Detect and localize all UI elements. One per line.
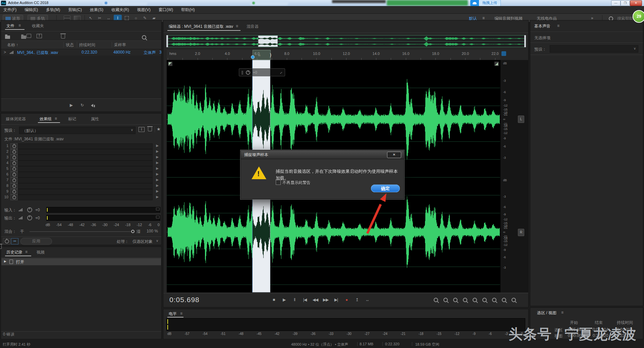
files-panel-menu-icon[interactable]: ≡ xyxy=(18,23,21,28)
input-meter-handle[interactable] xyxy=(156,208,160,210)
process-value-dropdown[interactable]: 仅选区对象 xyxy=(132,239,153,245)
essential-panel-menu-icon[interactable]: ≡ xyxy=(557,23,559,28)
effect-slot-well[interactable] xyxy=(18,189,153,195)
record-button[interactable]: ● xyxy=(343,297,350,302)
effect-power-button[interactable] xyxy=(10,155,18,160)
workspace-menu-icon[interactable]: ≡ xyxy=(482,16,485,20)
effect-power-button[interactable] xyxy=(10,166,18,172)
zoom-navigator[interactable] xyxy=(166,35,526,47)
files-search-icon[interactable] xyxy=(142,35,146,40)
ruler-settings-icon[interactable] xyxy=(501,51,506,56)
effect-slot-arrow-icon[interactable]: ▶ xyxy=(156,155,159,159)
fast-forward-button[interactable]: ▶▶ xyxy=(322,297,329,302)
menu-item-7[interactable]: 视图(V) xyxy=(137,7,151,13)
tab-levels[interactable]: 电平 xyxy=(169,311,177,317)
auto-play-speaker-icon[interactable] xyxy=(91,103,95,108)
menu-item-6[interactable]: 收藏夹(R) xyxy=(111,7,129,13)
dialog-titlebar[interactable]: 捕捉噪声样本 ✕ xyxy=(241,150,404,159)
hud-expand-icon[interactable]: ↔ xyxy=(278,70,283,75)
dont-show-again-checkbox[interactable] xyxy=(276,180,281,185)
effect-power-button[interactable] xyxy=(10,143,18,149)
effect-slot-arrow-icon[interactable]: ▶ xyxy=(156,184,159,187)
effect-slot-5[interactable]: 5▶ xyxy=(3,166,159,171)
restore-button[interactable]: ❐ xyxy=(621,0,630,6)
effect-slot-arrow-icon[interactable]: ▶ xyxy=(156,178,159,182)
output-meter-handle[interactable] xyxy=(156,216,160,218)
zoom-in-button[interactable] xyxy=(434,298,438,302)
import-file-icon[interactable] xyxy=(21,36,26,39)
favorite-star-icon[interactable]: ★ xyxy=(157,127,161,132)
effect-slot-9[interactable]: 9▶ xyxy=(3,189,159,194)
mix-slider-track[interactable] xyxy=(30,231,132,232)
selection-end-handle[interactable]: } xyxy=(270,52,271,57)
rack-list-toggle-button[interactable]: ≔ xyxy=(11,238,18,245)
effect-slot-well[interactable] xyxy=(18,183,153,189)
effect-power-button[interactable] xyxy=(10,183,18,189)
levels-panel-menu-icon[interactable]: ≡ xyxy=(180,311,182,316)
effect-power-button[interactable] xyxy=(10,178,18,183)
effect-slot-3[interactable]: 3▶ xyxy=(3,154,159,160)
clear-history-icon[interactable] xyxy=(0,245,2,249)
tab-video[interactable]: 视频 xyxy=(37,250,45,255)
menu-item-5[interactable]: 效果(S) xyxy=(90,7,103,13)
move-playhead-button[interactable]: ↥ xyxy=(353,297,361,302)
stop-button[interactable]: ■ xyxy=(270,297,277,302)
open-file-icon[interactable] xyxy=(5,36,10,39)
tab-selection-view[interactable]: 选区 / 视图 xyxy=(537,310,556,316)
workspace-overflow-button[interactable]: » xyxy=(591,16,593,20)
time-display[interactable]: 0:05.698 xyxy=(169,296,200,304)
effect-power-button[interactable] xyxy=(10,172,18,178)
history-panel-menu-icon[interactable]: ≡ xyxy=(25,250,28,254)
effects-panel-menu-icon[interactable]: ≡ xyxy=(55,116,57,121)
zoom-out-button[interactable] xyxy=(443,298,448,302)
menu-item-1[interactable]: 文件(F) xyxy=(3,7,16,13)
new-file-icon[interactable] xyxy=(26,34,31,38)
effect-slot-well[interactable] xyxy=(18,166,153,172)
zoom-selection-button[interactable] xyxy=(502,298,506,302)
menu-item-3[interactable]: 多轨(M) xyxy=(46,7,60,13)
effect-slot-1[interactable]: 1▶ xyxy=(3,143,159,149)
loop-preview-button[interactable]: ↻ xyxy=(80,103,84,108)
loop-playback-button[interactable]: ↔ xyxy=(364,297,371,302)
pause-button[interactable]: ‖ xyxy=(291,297,298,302)
timeline-ruler[interactable]: hms ||| } 2.04.06.08.010.012.014.016.018… xyxy=(167,50,500,60)
play-button[interactable]: ▶ xyxy=(280,297,288,302)
apply-button[interactable]: 应用 xyxy=(20,238,52,245)
zoom-in-horizontal-button[interactable] xyxy=(453,298,458,302)
effect-slot-well[interactable] xyxy=(18,149,153,155)
tab-markers[interactable]: 标记 xyxy=(68,116,76,122)
effect-slot-arrow-icon[interactable]: ▶ xyxy=(156,144,159,147)
effect-power-button[interactable] xyxy=(10,189,18,195)
tab-mixer[interactable]: 混音器 xyxy=(247,24,259,29)
menu-item-4[interactable]: 剪辑(C) xyxy=(68,7,82,13)
menu-item-9[interactable]: 帮助(H) xyxy=(181,7,195,13)
input-gain-knob[interactable] xyxy=(27,207,32,212)
minimize-button[interactable]: — xyxy=(611,0,621,6)
insert-to-multitrack-icon[interactable]: ↧ xyxy=(37,34,42,38)
effect-slot-arrow-icon[interactable]: ▶ xyxy=(156,172,159,176)
tab-media-browser[interactable]: 媒体浏览器 xyxy=(6,116,26,122)
hud-volume-knob[interactable] xyxy=(246,70,250,75)
tab-history[interactable]: 历史记录 xyxy=(6,250,22,255)
tab-essential-sound[interactable]: 基本声音 xyxy=(534,23,550,29)
rack-power-button[interactable] xyxy=(3,238,10,245)
tab-effects-rack[interactable]: 效果组 xyxy=(40,116,52,122)
effect-slot-2[interactable]: 2▶ xyxy=(3,149,159,154)
effect-slot-10[interactable]: 10▶ xyxy=(3,194,159,200)
zoom-reset-button[interactable] xyxy=(473,298,477,302)
preset-dropdown[interactable]: （默认） ∨ xyxy=(19,127,136,134)
effect-power-button[interactable] xyxy=(10,149,18,155)
file-row[interactable]: > MVI_364.. 已提取 .wav 0:22.320 48000 Hz 立… xyxy=(1,49,161,56)
effect-power-button[interactable] xyxy=(10,195,18,200)
effect-slot-well[interactable] xyxy=(18,143,153,149)
effect-slot-well[interactable] xyxy=(18,195,153,200)
rewind-button[interactable]: ◀◀ xyxy=(312,297,319,302)
effect-slot-well[interactable] xyxy=(18,172,153,178)
effect-slot-7[interactable]: 7▶ xyxy=(3,177,159,183)
effect-slot-well[interactable] xyxy=(18,178,153,183)
zoom-full-button[interactable] xyxy=(512,298,516,302)
effect-slot-arrow-icon[interactable]: ▶ xyxy=(156,149,159,153)
mix-slider-handle[interactable] xyxy=(131,230,135,233)
menu-item-2[interactable]: 编辑(E) xyxy=(24,7,38,13)
dialog-close-button[interactable]: ✕ xyxy=(387,152,401,158)
